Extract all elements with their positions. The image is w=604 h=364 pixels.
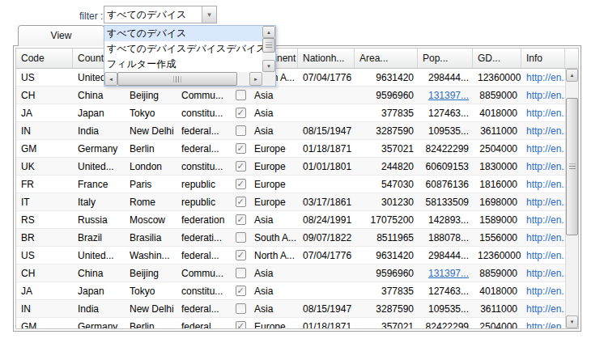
cell: Asia [249,282,298,299]
dropdown-scroll-left-button[interactable]: ◄ [104,72,117,86]
column-header-nationh[interactable]: Nationh... [298,49,355,68]
info-link[interactable]: http://en.... [521,282,565,299]
cell: 109535... [418,300,473,317]
cell: 547030 [355,176,418,193]
checkbox-checked-icon[interactable]: ✓ [236,214,246,225]
table-row[interactable]: USUnited...Washin...federal...✓North A..… [16,69,565,87]
dropdown-scroll-up-button[interactable]: ▲ [262,26,275,38]
checkbox-unchecked-icon[interactable] [236,232,246,243]
checkbox-checked-icon[interactable]: ✓ [236,108,246,118]
cell: 9596960 [355,265,418,281]
info-link[interactable]: http://en.... [521,176,565,193]
dropdown-item[interactable]: すべてのデバイスデバイスデバイス [104,41,262,57]
table-row[interactable]: JAJapanTokyoconstitu...✓Asia377835127463… [16,104,565,122]
cell: 9596960 [355,87,418,104]
table-row[interactable]: CHChinaBeijingCommu...Asia9596960131397.… [16,87,565,104]
checkbox-checked-icon[interactable]: ✓ [236,250,246,260]
info-link[interactable]: http://en.... [521,193,565,210]
table-row[interactable]: GMGermanyBerlinfederal...✓Europe01/18/18… [16,318,565,328]
cell: constitu... [177,104,232,121]
table-row[interactable]: ITItalyRomerepublic✓Europe03/17/18613012… [16,193,565,211]
dropdown-item[interactable]: フィルター作成 [104,57,262,72]
cell: Europe [249,176,298,193]
checkbox-checked-icon[interactable]: ✓ [236,321,246,328]
filter-combobox-input[interactable] [104,6,202,23]
checkbox-checked-icon[interactable]: ✓ [236,143,246,154]
tab-view[interactable]: View [18,25,104,46]
cell: ✓ [232,211,249,228]
info-link[interactable]: http://en.... [521,229,565,246]
table-row[interactable]: GMGermanyBerlinfederal...✓Europe01/18/18… [16,140,565,158]
cell: federation [177,211,232,228]
column-header-info[interactable]: Info [521,49,565,68]
info-link[interactable]: http://en.... [521,122,565,139]
scroll-up-button[interactable]: ▲ [566,69,578,82]
info-link[interactable]: http://en.... [521,318,565,328]
scrollbar-thumb[interactable] [566,98,578,235]
table-row[interactable]: INIndiaNew Delhifederal...Asia08/15/1947… [16,300,565,318]
table-row[interactable]: JAJapanTokyoconstitu...✓Asia377835127463… [16,282,565,300]
cell: Germany [73,318,125,328]
cell [298,265,355,281]
checkbox-unchecked-icon[interactable] [236,125,246,136]
cell: 03/17/1861 [298,193,355,210]
cell: Russia [73,211,125,228]
cell: 2504000 [473,318,521,328]
info-link[interactable]: http://en.... [521,265,565,281]
info-link[interactable]: http://en.... [521,158,565,175]
cell: ✓ [232,158,249,175]
dropdown-scrollbar-track[interactable] [262,38,275,60]
cell: republic [177,176,232,193]
info-link[interactable]: http://en.... [521,69,565,86]
table-row[interactable]: RSRussiaMoscowfederation✓Asia08/24/19911… [16,211,565,229]
column-header-area[interactable]: Area... [355,49,418,68]
combobox-trigger-button[interactable]: ▾ [202,6,216,23]
table-row[interactable]: BRBrazilBrasiliafederati...South A...09/… [16,229,565,247]
scroll-down-button[interactable]: ▼ [566,315,578,328]
table-row[interactable]: FRFranceParisrepublic✓Europe547030608761… [16,176,565,193]
scrollbar-track[interactable] [566,82,578,315]
checkbox-unchecked-icon[interactable] [236,303,246,314]
cell: Washin... [125,247,177,264]
checkbox-unchecked-icon[interactable] [236,268,246,278]
dropdown-scrollbar-thumb[interactable] [262,38,275,53]
checkbox-checked-icon[interactable]: ✓ [236,197,246,207]
info-link[interactable]: http://en.... [521,140,565,157]
cell: federal... [177,247,232,264]
cell: GM [16,318,73,328]
dropdown-hscrollbar-thumb[interactable] [117,72,237,86]
checkbox-checked-icon[interactable]: ✓ [236,286,246,296]
info-link[interactable]: http://en.... [521,300,565,317]
population-link[interactable]: 131397... [418,265,473,281]
dropdown-scroll-right-button[interactable]: ► [249,72,262,86]
dropdown-scroll-down-button[interactable]: ▼ [262,60,275,72]
info-link[interactable]: http://en.... [521,211,565,228]
info-link[interactable]: http://en.... [521,104,565,121]
column-header-code[interactable]: Code [16,49,73,68]
table-row[interactable]: INIndiaNew Delhifederal...Asia08/15/1947… [16,122,565,140]
dropdown-hscrollbar-track[interactable] [237,72,249,86]
dropdown-horizontal-scrollbar[interactable]: ◄ ► [104,72,262,86]
info-link[interactable]: http://en.... [521,87,565,104]
cell: federal... [177,318,232,328]
right-arrow-icon: ► [253,77,258,82]
chevron-down-icon: ▾ [207,11,211,19]
population-link[interactable]: 131397... [418,87,473,104]
table-row[interactable]: USUnited...Washin...federal...✓North A..… [16,247,565,265]
table-row[interactable]: CHChinaBeijingCommu...Asia9596960131397.… [16,265,565,282]
info-link[interactable]: http://en.... [521,247,565,264]
filter-combobox[interactable]: ▾ [104,6,217,23]
column-header-gd[interactable]: GD... [473,49,521,68]
checkbox-unchecked-icon[interactable] [236,90,246,100]
checkbox-checked-icon[interactable]: ✓ [236,161,246,171]
grid-vertical-scrollbar[interactable]: ▲ ▼ [565,69,578,328]
column-header-pop[interactable]: Pop... [418,49,473,68]
cell: Rome [125,193,177,210]
cell: 377835 [355,104,418,121]
cell: 2504000 [473,140,521,157]
dropdown-vertical-scrollbar[interactable]: ▲ ▼ [262,26,275,72]
cell [232,122,249,139]
checkbox-checked-icon[interactable]: ✓ [236,179,246,189]
table-row[interactable]: UKUnited...Londonconstitu...✓Europe01/01… [16,158,565,176]
dropdown-item[interactable]: すべてのデバイス [104,26,262,41]
